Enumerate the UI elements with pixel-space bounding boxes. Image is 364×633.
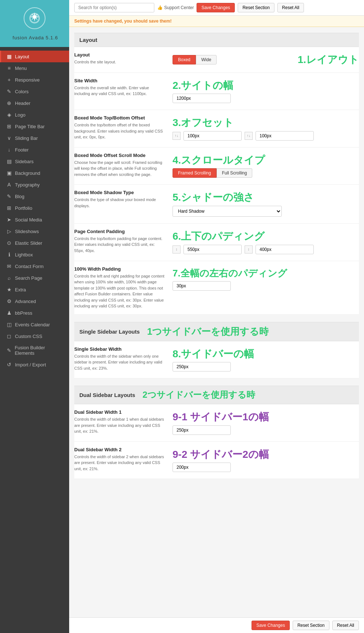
page-padding-label: Page Content Padding Controls the top/bo… (74, 229, 169, 256)
sidebar-item-search-page[interactable]: ⌕Search Page (0, 272, 69, 284)
full-width-padding-label: 100% Width Padding Controls the left and… (74, 266, 169, 309)
offset-top-input[interactable] (183, 131, 242, 141)
site-width-input[interactable] (173, 94, 231, 103)
full-width-padding-input[interactable] (173, 281, 231, 291)
elastic-slider-icon: ⊙ (6, 240, 12, 246)
topbar: 👍 Support Center Save Changes Reset Sect… (69, 0, 364, 16)
footer-icon: ↓ (6, 147, 12, 153)
boxed-offset-setting: Boxed Mode Top/Bottom Offset Controls th… (74, 110, 359, 148)
sidebar-item-menu[interactable]: ≡Menu (0, 62, 69, 74)
slideshows-icon: ▷ (6, 228, 12, 234)
sidebar-item-label: Menu (15, 66, 27, 71)
sidebar-item-layout[interactable]: ▦Layout (0, 51, 69, 62)
sidebar-item-sidebars[interactable]: ▤Sidebars (0, 156, 69, 167)
lightbox-icon: ℹ (6, 252, 12, 257)
sidebar-item-label: Colors (15, 89, 29, 94)
sidebar-item-label: Custom CSS (15, 334, 42, 339)
logo-icon (24, 7, 46, 29)
sidebar-item-portfolio[interactable]: ⊞Portfolio (0, 202, 69, 214)
layout-label: Layout Controls the site layout. (74, 52, 169, 67)
sidebar-item-label: Contact Form (15, 264, 44, 269)
single-sidebar-width-label: Single Sidebar Width Controls the width … (74, 346, 169, 373)
sidebar-item-colors[interactable]: ✎Colors (0, 86, 69, 97)
sidebar-item-events-calendar[interactable]: ◫Events Calendar (0, 319, 69, 330)
sidebar-nav: ▦Layout≡Menu+Responsive✎Colors⊕Header◈Lo… (0, 47, 69, 370)
sidebar-item-extra[interactable]: ★Extra (0, 284, 69, 295)
site-width-label: Site Width Controls the overall site wid… (74, 78, 169, 105)
layout-boxed-btn[interactable]: Boxed (173, 55, 196, 64)
sidebar-item-sliding-bar[interactable]: ∨Sliding Bar (0, 132, 69, 144)
offset-bottom-icon: ↑↓ (245, 132, 253, 140)
sidebar-item-slideshows[interactable]: ▷Slideshows (0, 225, 69, 237)
sidebar-item-contact-form[interactable]: ✉Contact Form (0, 260, 69, 272)
search-input[interactable] (74, 3, 154, 12)
sidebar-item-social-media[interactable]: ➤Social Media (0, 214, 69, 225)
padding-top-input[interactable] (183, 245, 242, 254)
sidebar-item-import-export[interactable]: ↺Import / Export (0, 359, 69, 370)
sidebar-item-header[interactable]: ⊕Header (0, 97, 69, 109)
sidebar-logo-area: fusionAvada 5.1.6 (0, 0, 69, 47)
save-changes-button[interactable]: Save Changes (197, 3, 235, 12)
content-area: Layout Layout Controls the site layout. … (69, 33, 364, 515)
dual-sidebar-width1-setting: Dual Sidebar Width 1 Controls the width … (74, 404, 359, 442)
layout-icon: ▦ (6, 54, 12, 59)
contact-form-icon: ✉ (6, 263, 12, 269)
dual-sidebar-width2-setting: Dual Sidebar Width 2 Controls the width … (74, 442, 359, 479)
boxed-offset-control: 3.オフセット ↑↓ ↑↓ (173, 115, 359, 142)
scroll-mode-btn-group: Framed Scrolling Full Scrolling (173, 168, 359, 178)
sidebar-item-label: bbPress (15, 310, 32, 316)
sidebar-item-label: Background (15, 170, 40, 176)
support-center-link[interactable]: 👍 Support Center (157, 5, 194, 10)
padding-bottom-input[interactable] (256, 245, 314, 254)
sidebar-item-label: Logo (15, 112, 25, 118)
site-width-setting: Site Width Controls the overall site wid… (74, 73, 359, 110)
single-sidebar-width-input[interactable] (173, 362, 231, 371)
single-sidebar-annotation: 1つサイドバーを使用する時 (147, 326, 269, 337)
scroll-mode-control: 4.スクロールタイプ Framed Scrolling Full Scrolli… (173, 153, 359, 180)
portfolio-icon: ⊞ (6, 205, 12, 211)
sidebar-item-responsive[interactable]: +Responsive (0, 74, 69, 86)
site-width-control: 2.サイトの幅 (173, 78, 359, 105)
full-width-padding-setting: 100% Width Padding Controls the left and… (74, 261, 359, 315)
dual-sidebar-section: Dual Sidebar Layouts 2つサイドバーを使用する時 Dual … (74, 386, 359, 479)
shadow-type-select[interactable]: Hard Shadow Soft Shadow No Shadow (173, 206, 282, 217)
offset-bottom-input[interactable] (256, 131, 314, 141)
sidebar-item-typography[interactable]: ATypography (0, 179, 69, 190)
sidebar-item-footer[interactable]: ↓Footer (0, 144, 69, 156)
sidebar-item-fusion-builder[interactable]: ✎Fusion Builder Elements (0, 342, 69, 359)
full-scrolling-btn[interactable]: Full Scrolling (217, 168, 253, 178)
sidebar-item-elastic-slider[interactable]: ⊙Elastic Slider (0, 237, 69, 249)
sidebar-item-bbpress[interactable]: ♟bbPress (0, 307, 69, 319)
responsive-icon: + (6, 77, 12, 83)
sidebar-item-logo[interactable]: ◈Logo (0, 109, 69, 121)
reset-all-button[interactable]: Reset All (277, 3, 304, 12)
sidebar-item-custom-css[interactable]: ◻Custom CSS (0, 330, 69, 342)
scroll-mode-setting: Boxed Mode Offset Scroll Mode Choose how… (74, 148, 359, 185)
full-width-padding-control: 7.全幅の左右のパディング (173, 266, 359, 309)
bottom-bar: Save Changes Reset Section Reset All (69, 617, 364, 633)
sidebar-item-page-title-bar[interactable]: ⊞Page Title Bar (0, 121, 69, 132)
single-sidebar-width-setting: Single Sidebar Width Controls the width … (74, 341, 359, 379)
sidebar-item-background[interactable]: ▣Background (0, 167, 69, 179)
colors-icon: ✎ (6, 89, 12, 94)
blog-icon: ✎ (6, 193, 12, 199)
single-sidebar-width-control: 8.サイドバーの幅 (173, 346, 359, 373)
dual-sidebar-width2-input[interactable] (173, 463, 231, 472)
sidebar-item-lightbox[interactable]: ℹLightbox (0, 249, 69, 260)
annotation-9-1: 9-1 サイドバー1の幅 (173, 411, 359, 423)
bottom-reset-all-button[interactable]: Reset All (332, 621, 359, 630)
sidebar-item-label: Import / Export (15, 362, 46, 367)
reset-section-button[interactable]: Reset Section (238, 3, 274, 12)
bottom-spacer (74, 479, 359, 501)
page-padding-dual-inputs: ↕ ↕ (173, 245, 359, 254)
padding-top-icon: ↕ (173, 245, 181, 253)
bottom-save-button[interactable]: Save Changes (252, 621, 290, 630)
sidebar-item-blog[interactable]: ✎Blog (0, 190, 69, 202)
sidebar-item-label: Footer (15, 147, 29, 153)
dual-sidebar-width1-input[interactable] (173, 425, 231, 435)
framed-scrolling-btn[interactable]: Framed Scrolling (173, 168, 217, 178)
layout-wide-btn[interactable]: Wide (196, 55, 217, 64)
bottom-reset-section-button[interactable]: Reset Section (293, 621, 329, 630)
sidebar-item-advanced[interactable]: ⚙Advanced (0, 295, 69, 307)
typography-icon: A (6, 182, 12, 188)
